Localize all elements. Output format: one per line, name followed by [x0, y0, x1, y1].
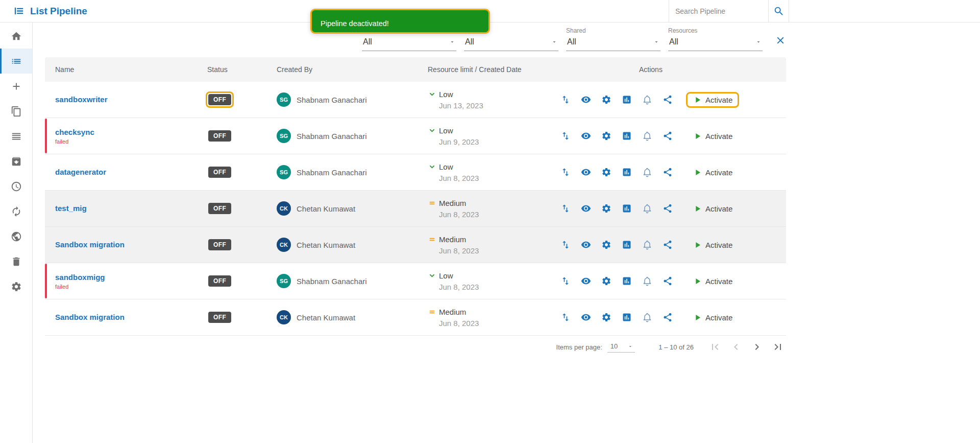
- chevron-down-icon: [551, 39, 557, 45]
- view-icon[interactable]: [581, 203, 591, 214]
- share-icon[interactable]: [663, 276, 673, 286]
- status-badge: OFF: [208, 239, 231, 250]
- alarm-icon[interactable]: [642, 95, 652, 105]
- items-per-page-select[interactable]: 10: [607, 341, 635, 353]
- alarm-icon[interactable]: [642, 276, 652, 286]
- activate-button[interactable]: Activate: [686, 237, 739, 253]
- alarm-icon[interactable]: [642, 312, 652, 322]
- equals-orange-icon: [428, 235, 436, 244]
- sidebar-item-reorder[interactable]: [0, 124, 32, 149]
- status-cell: OFF: [203, 309, 275, 325]
- share-icon[interactable]: [663, 131, 673, 141]
- pipeline-name-link[interactable]: sandboxmigg: [55, 273, 105, 282]
- first-page-button[interactable]: [709, 341, 721, 353]
- view-icon[interactable]: [581, 131, 591, 141]
- view-icon[interactable]: [581, 240, 591, 250]
- settings-gear-icon[interactable]: [601, 95, 611, 105]
- search-button[interactable]: [768, 0, 789, 22]
- settings-gear-icon[interactable]: [601, 312, 611, 322]
- activate-button[interactable]: Activate: [686, 92, 739, 108]
- settings-gear-icon[interactable]: [601, 167, 611, 177]
- flow-icon[interactable]: [560, 312, 571, 322]
- analytics-icon[interactable]: [622, 167, 632, 177]
- brand: List Pipeline: [0, 5, 87, 17]
- filter-select-shared[interactable]: Shared All: [566, 27, 660, 51]
- pipeline-name-link[interactable]: Sandbox migration: [55, 313, 125, 321]
- alarm-icon[interactable]: [642, 240, 652, 250]
- status-badge-wrap: OFF: [206, 309, 234, 325]
- settings-gear-icon[interactable]: [601, 276, 611, 286]
- settings-gear-icon[interactable]: [601, 240, 611, 250]
- sidebar-item-add[interactable]: [0, 74, 32, 99]
- alarm-icon[interactable]: [642, 167, 652, 177]
- sidebar-item-archive[interactable]: [0, 149, 32, 174]
- settings-gear-icon[interactable]: [601, 203, 611, 214]
- sidebar-item-list-pipeline[interactable]: [0, 49, 32, 74]
- activate-button[interactable]: Activate: [686, 128, 739, 144]
- analytics-icon[interactable]: [622, 203, 632, 214]
- next-page-button[interactable]: [751, 341, 763, 353]
- sidebar-item-settings[interactable]: [0, 274, 32, 299]
- flow-icon[interactable]: [560, 95, 571, 105]
- share-icon[interactable]: [663, 240, 673, 250]
- flow-icon[interactable]: [560, 203, 571, 214]
- settings-gear-icon[interactable]: [601, 131, 611, 141]
- alarm-icon[interactable]: [642, 131, 652, 141]
- actions-cell: Activate: [555, 201, 786, 217]
- activate-button[interactable]: Activate: [686, 273, 739, 289]
- pipeline-name-link[interactable]: checksync: [55, 128, 94, 136]
- chevron-left-icon: [730, 341, 742, 353]
- created-date: Jun 8, 2023: [439, 246, 555, 255]
- table-body: sandboxwriter OFF SG Shabnam Ganachari L…: [45, 82, 786, 336]
- activate-button[interactable]: Activate: [686, 201, 739, 217]
- view-icon[interactable]: [581, 312, 591, 322]
- chevron-right-icon: [751, 341, 763, 353]
- search-box: [669, 0, 789, 22]
- last-page-button[interactable]: [772, 341, 784, 353]
- analytics-icon[interactable]: [622, 240, 632, 250]
- activate-label: Activate: [705, 313, 732, 322]
- sidebar-item-refresh[interactable]: [0, 199, 32, 224]
- actions-cell: Activate: [555, 128, 786, 144]
- creator-name: Chetan Kumawat: [297, 313, 355, 322]
- play-icon: [693, 131, 702, 141]
- analytics-icon[interactable]: [622, 312, 632, 322]
- status-cell: OFF: [203, 128, 275, 144]
- resource-limit-label: Medium: [439, 308, 466, 316]
- pipeline-name-link[interactable]: datagenerator: [55, 168, 106, 176]
- flow-icon[interactable]: [560, 167, 571, 177]
- share-icon[interactable]: [663, 95, 673, 105]
- previous-page-button[interactable]: [730, 341, 742, 353]
- pipeline-name-link[interactable]: test_mig: [55, 204, 87, 213]
- alarm-icon[interactable]: [642, 203, 652, 214]
- view-icon[interactable]: [581, 95, 591, 105]
- search-input[interactable]: [669, 0, 768, 22]
- flow-icon[interactable]: [560, 131, 571, 141]
- analytics-icon[interactable]: [622, 276, 632, 286]
- analytics-icon[interactable]: [622, 131, 632, 141]
- close-filters-button[interactable]: [775, 35, 786, 46]
- sidebar-item-home[interactable]: [0, 24, 32, 49]
- pipeline-name-link[interactable]: Sandbox migration: [55, 240, 125, 249]
- activate-button[interactable]: Activate: [686, 310, 739, 325]
- flow-icon[interactable]: [560, 276, 571, 286]
- view-icon[interactable]: [581, 276, 591, 286]
- pipeline-name-link[interactable]: sandboxwriter: [55, 95, 108, 104]
- status-badge-wrap: OFF: [206, 91, 234, 108]
- history-icon: [11, 181, 22, 192]
- analytics-icon[interactable]: [622, 95, 632, 105]
- activate-button[interactable]: Activate: [686, 165, 739, 180]
- sidebar-item-globe[interactable]: [0, 224, 32, 249]
- share-icon[interactable]: [663, 167, 673, 177]
- flow-icon[interactable]: [560, 240, 571, 250]
- share-icon[interactable]: [663, 203, 673, 214]
- resource-cell: Medium Jun 8, 2023: [428, 308, 555, 328]
- resource-level-icon: [428, 199, 436, 207]
- table-header: Name Status Created By Resource limit / …: [45, 57, 786, 82]
- share-icon[interactable]: [663, 312, 673, 322]
- sidebar-item-copy[interactable]: [0, 99, 32, 124]
- filter-select-resources[interactable]: Resources All: [668, 27, 763, 51]
- sidebar-item-trash[interactable]: [0, 249, 32, 274]
- view-icon[interactable]: [581, 167, 591, 177]
- sidebar-item-history[interactable]: [0, 174, 32, 199]
